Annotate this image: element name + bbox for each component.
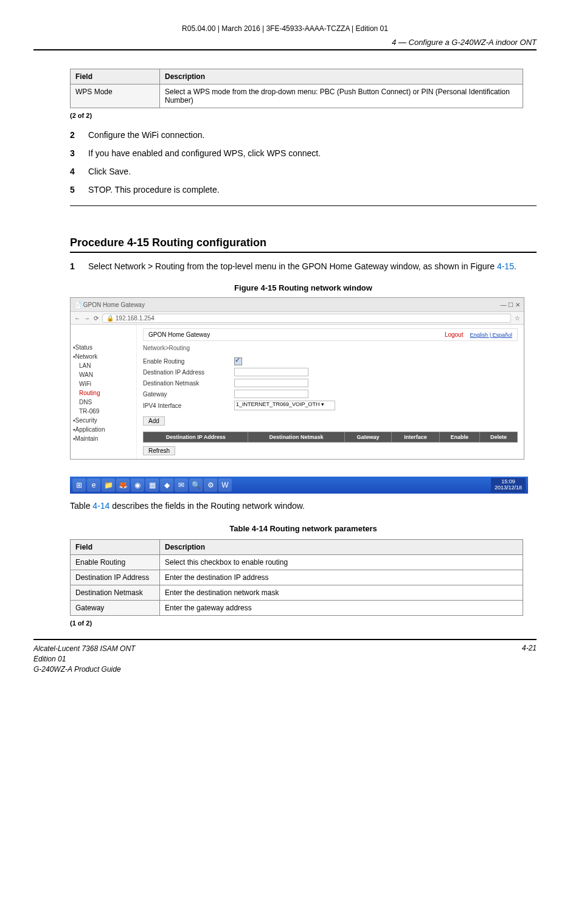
step-item: 3If you have enabled and configured WPS,… bbox=[70, 148, 537, 158]
cell-desc: Enter the destination network mask bbox=[160, 585, 523, 601]
cell-field: WPS Mode bbox=[71, 84, 160, 108]
step-text: Select Network > Routing from the top-le… bbox=[88, 261, 516, 271]
step-number: 5 bbox=[70, 185, 88, 195]
forward-icon[interactable]: → bbox=[84, 315, 90, 322]
cell-desc: Enter the destination IP address bbox=[160, 570, 523, 585]
back-icon[interactable]: ← bbox=[74, 315, 80, 322]
enable-routing-checkbox[interactable] bbox=[234, 357, 242, 365]
procedure-steps: 2Configure the WiFi connection. 3If you … bbox=[33, 130, 537, 195]
table-pagination-note: (2 of 2) bbox=[70, 112, 537, 119]
outlook-icon[interactable]: ✉ bbox=[175, 478, 188, 492]
col-enable: Enable bbox=[439, 432, 479, 443]
table-header-field: Field bbox=[71, 69, 160, 84]
gateway-label: Gateway bbox=[143, 391, 234, 398]
reload-icon[interactable]: ⟳ bbox=[94, 315, 99, 322]
cell-field: Destination Netmask bbox=[71, 585, 160, 601]
add-button[interactable]: Add bbox=[143, 416, 165, 426]
sidebar-item-lan[interactable]: LAN bbox=[73, 361, 134, 370]
table-header-description: Description bbox=[160, 69, 523, 84]
figure-reference-link[interactable]: 4-15 bbox=[497, 261, 514, 271]
word-icon[interactable]: W bbox=[218, 478, 232, 492]
step-number: 4 bbox=[70, 167, 88, 176]
sidebar-item-maintain[interactable]: ▪Maintain bbox=[73, 434, 134, 443]
sidebar-item-security[interactable]: ▪Security bbox=[73, 416, 134, 425]
refresh-button[interactable]: Refresh bbox=[143, 446, 175, 455]
sidebar-item-wan[interactable]: WAN bbox=[73, 370, 134, 379]
table-row: GatewayEnter the gateway address bbox=[71, 601, 523, 616]
document-version-header: R05.04.00 | March 2016 | 3FE-45933-AAAA-… bbox=[33, 24, 537, 33]
ipv4-interface-label: IPV4 Interface bbox=[143, 402, 234, 409]
footer-guide: G-240WZ-A Product Guide bbox=[33, 664, 135, 675]
sidebar-item-tr069[interactable]: TR-069 bbox=[73, 407, 134, 416]
cell-field: Destination IP Address bbox=[71, 570, 160, 585]
app-icon[interactable]: ⚙ bbox=[204, 478, 217, 492]
routing-entries-table: Destination IP Address Destination Netma… bbox=[143, 432, 518, 443]
table-row: Destination IP AddressEnter the destinat… bbox=[71, 570, 523, 585]
sidebar-item-application[interactable]: ▪Application bbox=[73, 425, 134, 434]
step-number: 3 bbox=[70, 148, 88, 158]
step-text-segment: . bbox=[514, 261, 516, 271]
step-number: 2 bbox=[70, 130, 88, 140]
text-segment: describes the fields in the Routing netw… bbox=[109, 501, 305, 511]
step-item: 1 Select Network > Routing from the top-… bbox=[70, 261, 537, 271]
lang-espanol-link[interactable]: Español bbox=[492, 332, 512, 338]
dest-netmask-input[interactable] bbox=[234, 379, 308, 387]
table-reference-link[interactable]: 4-14 bbox=[92, 501, 109, 511]
sidebar-item-status[interactable]: ▪Status bbox=[73, 343, 134, 352]
sidebar-item-network[interactable]: ▪Network bbox=[73, 352, 134, 361]
browser-tab[interactable]: 📄 GPON Home Gateway bbox=[74, 302, 145, 308]
sidebar-item-wifi[interactable]: WiFi bbox=[73, 379, 134, 388]
url-text: 192.168.1.254 bbox=[116, 315, 155, 322]
divider bbox=[70, 252, 537, 253]
app-icon[interactable]: ◆ bbox=[160, 478, 173, 492]
app-icon[interactable]: ▦ bbox=[145, 478, 159, 492]
window-controls[interactable]: — ☐ ✕ bbox=[500, 302, 520, 308]
table-row: WPS Mode Select a WPS mode from the drop… bbox=[71, 84, 523, 108]
col-dest-netmask: Destination Netmask bbox=[248, 432, 344, 443]
dest-netmask-label: Destination Netmask bbox=[143, 380, 234, 387]
table-reference-text: Table 4-14 describes the fields in the R… bbox=[70, 501, 537, 511]
app-header: GPON Home Gateway Logout English | Españ… bbox=[143, 328, 518, 341]
text-segment: Table bbox=[70, 501, 92, 511]
step-text: STOP. This procedure is complete. bbox=[88, 185, 220, 195]
routing-parameters-table: Field Description Enable RoutingSelect t… bbox=[70, 539, 523, 616]
step-text: Configure the WiFi connection. bbox=[88, 130, 204, 140]
app-icon[interactable]: 🔍 bbox=[189, 478, 203, 492]
sidebar-item-dns[interactable]: DNS bbox=[73, 398, 134, 407]
step-item: 2Configure the WiFi connection. bbox=[70, 130, 537, 140]
chrome-icon[interactable]: ◉ bbox=[131, 478, 144, 492]
step-text-segment: Select Network > Routing from the top-le… bbox=[88, 261, 497, 271]
table-row: Destination NetmaskEnter the destination… bbox=[71, 585, 523, 601]
sidebar-item-routing[interactable]: Routing bbox=[73, 388, 134, 398]
ipv4-interface-select[interactable]: 1_INTERNET_TR069_VOIP_OTH ▾ bbox=[234, 401, 335, 410]
bookmark-icon[interactable]: ☆ bbox=[515, 315, 520, 322]
tab-title: GPON Home Gateway bbox=[83, 302, 145, 308]
routing-window-screenshot: 📄 GPON Home Gateway — ☐ ✕ ← → ⟳ 🔒 192.16… bbox=[70, 297, 524, 460]
lang-english-link[interactable]: English bbox=[470, 332, 488, 338]
footer-product: Alcatel-Lucent 7368 ISAM ONT bbox=[33, 644, 135, 654]
page-footer: Alcatel-Lucent 7368 ISAM ONT Edition 01 … bbox=[33, 639, 537, 674]
table-pagination-note: (1 of 2) bbox=[70, 619, 537, 627]
dest-ip-input[interactable] bbox=[234, 368, 308, 376]
section-header: 4 — Configure a G-240WZ-A indoor ONT bbox=[33, 38, 537, 50]
ie-icon[interactable]: e bbox=[87, 478, 100, 492]
step-number: 1 bbox=[70, 261, 88, 271]
firefox-icon[interactable]: 🦊 bbox=[116, 478, 130, 492]
gateway-input[interactable] bbox=[234, 390, 308, 398]
page-number: 4-21 bbox=[522, 644, 537, 674]
procedure-title: Procedure 4-15 Routing configuration bbox=[70, 236, 537, 249]
cell-field: Gateway bbox=[71, 601, 160, 616]
procedure-steps: 1 Select Network > Routing from the top-… bbox=[33, 261, 537, 271]
logout-link[interactable]: Logout bbox=[445, 331, 464, 338]
table-row: Enable RoutingSelect this checkbox to en… bbox=[71, 555, 523, 570]
col-dest-ip: Destination IP Address bbox=[144, 432, 248, 443]
table-header-field: Field bbox=[71, 540, 160, 555]
url-field[interactable]: 🔒 192.168.1.254 bbox=[102, 314, 511, 323]
app-title: GPON Home Gateway bbox=[148, 331, 210, 338]
enable-routing-label: Enable Routing bbox=[143, 358, 234, 365]
explorer-icon[interactable]: 📁 bbox=[102, 478, 115, 492]
start-button-icon[interactable]: ⊞ bbox=[72, 478, 86, 492]
taskbar-clock[interactable]: 15:09 2013/12/18 bbox=[491, 478, 526, 492]
dest-ip-label: Destination IP Address bbox=[143, 369, 234, 376]
browser-tab-bar: 📄 GPON Home Gateway — ☐ ✕ bbox=[71, 298, 524, 312]
